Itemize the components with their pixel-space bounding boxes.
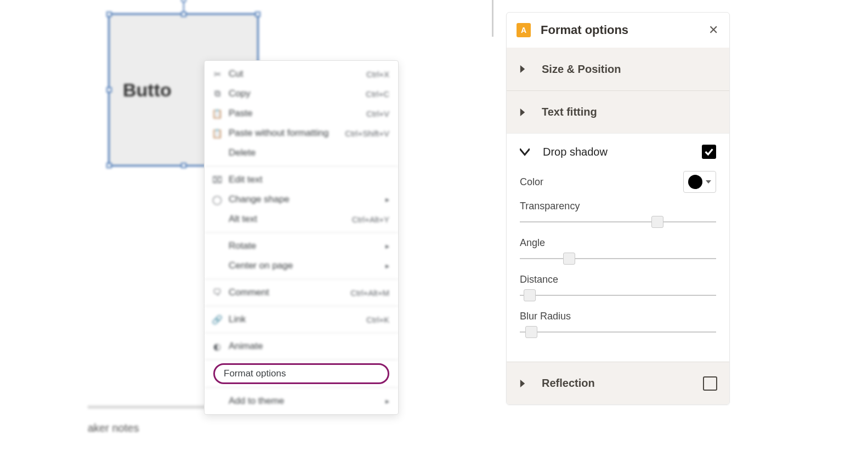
menu-item[interactable]: ✂CutCtrl+X bbox=[205, 64, 398, 84]
menu-icon bbox=[211, 213, 223, 225]
color-dot-icon bbox=[688, 175, 702, 189]
slider-label: Angle bbox=[520, 237, 716, 249]
menu-item[interactable]: 📋PasteCtrl+V bbox=[205, 104, 398, 123]
slider-track bbox=[520, 221, 716, 222]
copy-icon: ⧉ bbox=[211, 88, 223, 100]
menu-item[interactable]: 📋Paste without formattingCtrl+Shift+V bbox=[205, 123, 398, 143]
menu-separator bbox=[205, 166, 398, 167]
context-menu: ✂CutCtrl+X⧉CopyCtrl+C📋PasteCtrl+V📋Paste … bbox=[204, 60, 399, 415]
slider-thumb[interactable] bbox=[563, 253, 575, 265]
menu-label: Cut bbox=[229, 68, 366, 79]
slider-label: Distance bbox=[520, 274, 716, 285]
menu-shortcut: Ctrl+V bbox=[366, 109, 389, 118]
resize-handle[interactable] bbox=[181, 12, 186, 17]
slider-label: Blur Radius bbox=[520, 311, 716, 322]
menu-item[interactable]: Add to theme▸ bbox=[205, 391, 398, 411]
paste-icon: 📋 bbox=[211, 107, 223, 119]
menu-separator bbox=[205, 279, 398, 279]
menu-item-format-options[interactable]: Format options bbox=[213, 363, 389, 384]
section-reflection[interactable]: Reflection bbox=[507, 362, 729, 404]
menu-label: Animate bbox=[229, 341, 389, 352]
drop-shadow-checkbox[interactable] bbox=[702, 145, 716, 159]
resize-handle[interactable] bbox=[106, 163, 112, 168]
menu-item[interactable]: ◐Animate bbox=[205, 336, 398, 356]
chevron-down-icon[interactable] bbox=[520, 147, 533, 157]
slider-track bbox=[520, 331, 716, 333]
link-icon: 🔗 bbox=[211, 313, 223, 325]
menu-item[interactable]: Rotate▸ bbox=[205, 236, 398, 256]
panel-title: Format options bbox=[541, 23, 708, 37]
panel-header: A Format options ✕ bbox=[507, 13, 729, 48]
section-label: Size & Position bbox=[542, 63, 717, 76]
section-label: Drop shadow bbox=[543, 146, 702, 158]
menu-label: Rotate bbox=[229, 241, 381, 251]
panel-divider bbox=[492, 0, 493, 37]
paste-plain-icon: 📋 bbox=[211, 127, 223, 139]
rotation-handle-line bbox=[183, 2, 184, 12]
menu-separator bbox=[205, 232, 398, 233]
menu-label: Alt text bbox=[229, 214, 352, 225]
menu-item[interactable]: ◯Change shape▸ bbox=[205, 190, 398, 209]
menu-icon bbox=[211, 147, 223, 159]
menu-separator bbox=[205, 306, 398, 306]
slider-thumb[interactable] bbox=[525, 326, 537, 338]
section-text-fitting[interactable]: Text fitting bbox=[507, 90, 729, 133]
angle-slider[interactable] bbox=[520, 251, 716, 266]
change-shape-icon: ◯ bbox=[211, 193, 223, 205]
resize-handle[interactable] bbox=[106, 87, 112, 93]
menu-item[interactable]: Center on page▸ bbox=[205, 256, 398, 276]
menu-item[interactable]: Delete bbox=[205, 143, 398, 163]
close-icon[interactable]: ✕ bbox=[708, 23, 718, 37]
edit-text-icon: ⌧ bbox=[211, 174, 223, 186]
menu-item[interactable]: Alt textCtrl+Alt+Y bbox=[205, 209, 398, 229]
resize-handle[interactable] bbox=[106, 12, 112, 17]
resize-handle[interactable] bbox=[181, 163, 186, 168]
submenu-arrow-icon: ▸ bbox=[385, 195, 389, 204]
speaker-notes-label: aker notes bbox=[88, 422, 139, 434]
section-label: Reflection bbox=[542, 377, 703, 390]
menu-shortcut: Ctrl+Shift+V bbox=[345, 129, 389, 138]
menu-item[interactable]: ⌧Edit text bbox=[205, 170, 398, 190]
slider-label: Transparency bbox=[520, 201, 716, 212]
section-drop-shadow: Drop shadow Color TransparencyAngleDista… bbox=[507, 133, 729, 362]
transparency-slider[interactable] bbox=[520, 214, 716, 230]
comment-icon: 🗨 bbox=[211, 287, 223, 299]
menu-label: Center on page bbox=[229, 260, 381, 271]
menu-icon bbox=[211, 240, 223, 252]
menu-item[interactable]: ⧉CopyCtrl+C bbox=[205, 84, 398, 104]
rotation-handle[interactable] bbox=[181, 0, 186, 3]
chevron-right-icon bbox=[519, 65, 532, 73]
resize-handle[interactable] bbox=[255, 12, 260, 17]
slider-thumb[interactable] bbox=[651, 216, 663, 228]
menu-label: Comment bbox=[229, 287, 350, 298]
menu-label: Edit text bbox=[229, 174, 389, 185]
menu-label: Change shape bbox=[229, 194, 381, 205]
color-label: Color bbox=[520, 176, 543, 188]
menu-shortcut: Ctrl+C bbox=[366, 89, 389, 99]
menu-label: Link bbox=[229, 314, 366, 325]
menu-label: Paste bbox=[229, 108, 366, 119]
format-options-panel: A Format options ✕ Size & Position Text … bbox=[506, 12, 730, 405]
cut-icon: ✂ bbox=[211, 68, 223, 80]
menu-label: Copy bbox=[229, 88, 366, 99]
blur-radius-slider[interactable] bbox=[520, 324, 716, 340]
menu-item[interactable]: 🗨CommentCtrl+Alt+M bbox=[205, 283, 398, 302]
menu-shortcut: Ctrl+Alt+M bbox=[350, 288, 389, 298]
menu-label: Paste without formatting bbox=[229, 128, 345, 139]
menu-label: Add to theme bbox=[229, 396, 381, 407]
menu-separator bbox=[205, 387, 398, 388]
menu-icon bbox=[211, 395, 223, 407]
distance-slider[interactable] bbox=[520, 288, 716, 303]
menu-label: Format options bbox=[224, 368, 379, 379]
menu-item[interactable]: 🔗LinkCtrl+K bbox=[205, 310, 398, 329]
menu-shortcut: Ctrl+Alt+Y bbox=[352, 215, 389, 224]
menu-shortcut: Ctrl+K bbox=[366, 315, 389, 324]
slider-thumb[interactable] bbox=[524, 289, 536, 301]
color-picker-button[interactable] bbox=[683, 171, 716, 193]
chevron-right-icon bbox=[519, 380, 532, 387]
menu-label: Delete bbox=[229, 147, 389, 158]
menu-separator bbox=[205, 333, 398, 333]
reflection-checkbox[interactable] bbox=[703, 376, 717, 391]
slider-track bbox=[520, 258, 716, 259]
section-size-position[interactable]: Size & Position bbox=[507, 48, 729, 90]
